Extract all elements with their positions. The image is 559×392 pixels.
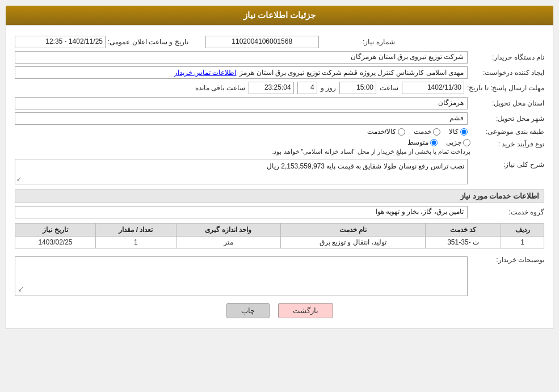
purchase-type-radio-medium[interactable]: متوسط (407, 138, 438, 146)
cell-service-name: تولید، انتقال و توزیع برق (280, 237, 425, 248)
cell-quantity: 1 (95, 237, 176, 248)
services-section-title: اطلاعات خدمات مورد نیاز (15, 189, 544, 203)
category-radio-goods[interactable]: کالا (449, 128, 468, 136)
need-desc-value: نصب ترانس رفع نوسان طولا شقایق به قیمت پ… (15, 159, 468, 184)
need-desc-label: شرح کلی نیاز: (470, 159, 544, 168)
deadline-label: مهلت ارسال پاسخ: تا تاریخ: (467, 84, 544, 92)
purchase-type-radio-partial[interactable]: جزیی (446, 138, 470, 146)
cell-row-num: 1 (501, 237, 544, 248)
delivery-province-label: استان محل تحویل: (470, 99, 544, 107)
announcement-datetime-label: تاریخ و ساعت اعلان عمومی: (108, 38, 188, 46)
col-row-num: ردیف (501, 224, 544, 237)
table-row: 1 ت -35-351 تولید، انتقال و توزیع برق مت… (15, 237, 544, 248)
buyer-org-value: شرکت توزیع نیروی برق استان هرمزگان (15, 51, 468, 64)
desc-resize-icon: ↙ (16, 175, 22, 183)
print-button[interactable]: چاپ (226, 303, 270, 318)
deadline-time: 15:00 (339, 82, 376, 94)
deadline-remaining: 23:25:04 (249, 82, 294, 94)
buyer-notes-value: ↙ (15, 256, 468, 296)
deadline-date: 1402/11/30 (402, 82, 464, 94)
service-group-value: تامین برق، گاز، بخار و تهویه هوا (15, 206, 468, 218)
creator-name: مهدی اسلامی کارشناس کنترل پروژه قشم شرکت… (239, 69, 464, 77)
need-number-value: 1102004106001568 (205, 36, 319, 48)
contact-link[interactable]: اطلاعات تماس خریدار (174, 69, 237, 77)
deadline-days: 4 (297, 82, 317, 94)
category-radio-both[interactable]: کالا/خدمت (367, 128, 405, 136)
back-button[interactable]: بازگشت (278, 303, 333, 318)
cell-unit: متر (176, 237, 280, 248)
announcement-datetime-value: 1402/11/25 - 12:35 (15, 36, 106, 48)
deadline-remaining-label: ساعت باقی مانده (195, 84, 245, 92)
notes-resize-icon: ↙ (18, 284, 24, 293)
deadline-time-label: ساعت (380, 84, 398, 92)
service-group-label: گروه خدمت: (470, 208, 544, 216)
col-service-name: نام خدمت (280, 224, 425, 237)
col-need-date: تاریخ نیاز (15, 224, 96, 237)
cell-service-code: ت -35-351 (425, 237, 501, 248)
col-quantity: تعداد / مقدار (95, 224, 176, 237)
delivery-city-value: قشم (15, 112, 468, 125)
deadline-day-label: روز و (321, 84, 336, 92)
cell-need-date: 1403/02/25 (15, 237, 96, 248)
category-radio-service[interactable]: خدمت (414, 128, 440, 136)
buttons-row: بازگشت چاپ (15, 303, 544, 318)
purchase-type-note: پرداخت تمام یا بخشی از مبلغ خریدار از مح… (15, 148, 470, 155)
need-number-label: شماره نیاز: (321, 38, 395, 46)
page-title: جزئیات اطلاعات نیاز (243, 10, 316, 20)
col-unit: واحد اندازه گیری (176, 224, 280, 237)
services-table: ردیف کد خدمت نام خدمت واحد اندازه گیری ت… (15, 223, 544, 248)
buyer-org-label: نام دستگاه خریدار: (470, 53, 544, 61)
creator-label: ایجاد کننده درخواست: (470, 69, 544, 77)
buyer-notes-label: توضیحات خریدار: (470, 254, 544, 264)
delivery-province-value: هرمزگان (15, 97, 468, 109)
purchase-type-label: نوع فرآیند خرید : (470, 138, 544, 148)
page-header: جزئیات اطلاعات نیاز (6, 6, 553, 25)
col-service-code: کد خدمت (425, 224, 501, 237)
category-label: طبقه بندی موضوعی: (470, 128, 544, 136)
delivery-city-label: شهر محل تحویل: (470, 115, 544, 123)
